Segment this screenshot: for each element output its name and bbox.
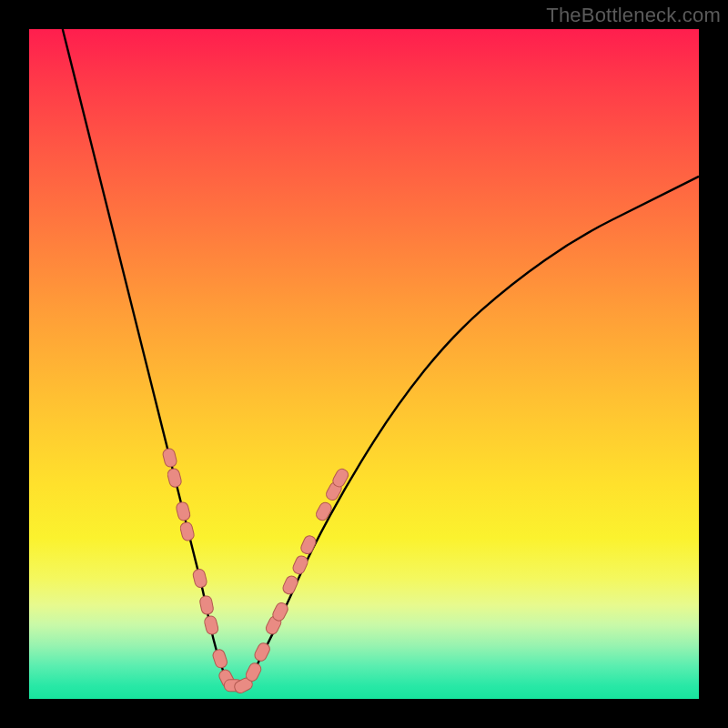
- data-marker: [203, 615, 218, 636]
- data-marker: [253, 642, 272, 663]
- attribution-watermark: TheBottleneck.com: [546, 4, 721, 27]
- data-marker: [314, 500, 333, 522]
- data-marker: [176, 501, 191, 522]
- bottleneck-curve: [63, 29, 699, 685]
- data-marker: [211, 648, 228, 669]
- data-marker: [179, 521, 195, 542]
- data-marker: [162, 448, 177, 469]
- data-marker: [281, 574, 299, 596]
- data-marker: [192, 568, 207, 589]
- plot-area: [29, 29, 699, 699]
- chart-frame: TheBottleneck.com: [0, 0, 728, 728]
- data-marker: [291, 554, 309, 576]
- data-marker: [199, 595, 215, 615]
- chart-overlay: [29, 29, 699, 699]
- data-marker: [167, 468, 182, 489]
- marker-group: [162, 448, 350, 695]
- data-marker: [299, 534, 318, 556]
